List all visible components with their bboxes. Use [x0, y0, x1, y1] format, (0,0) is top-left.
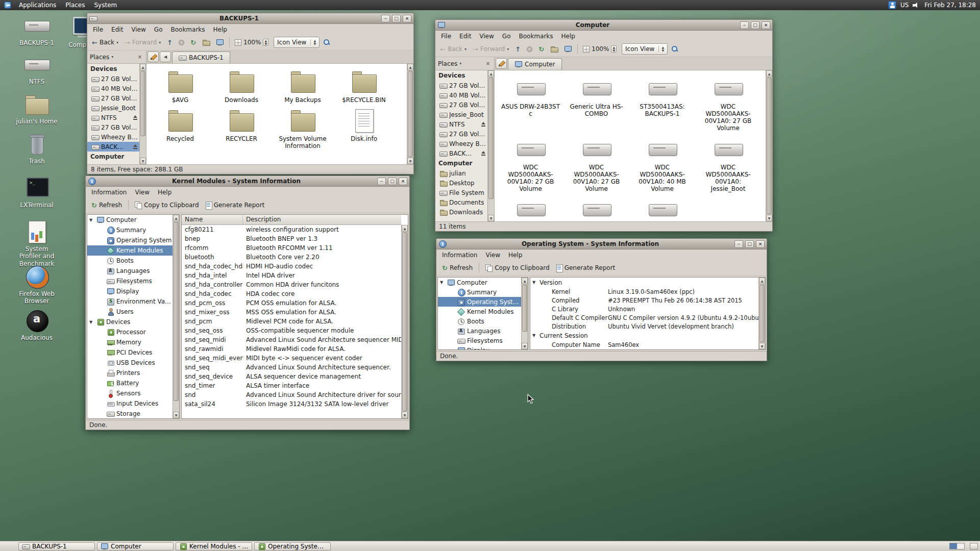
device-item[interactable]: 27 GB Volu... [87, 122, 139, 132]
maximize-button[interactable] [392, 15, 401, 22]
place-item[interactable]: File System [435, 188, 487, 197]
desktop-icon[interactable]: julian's Home [15, 93, 58, 125]
file-item[interactable]: WDC WD5000AAKS-00V1A0: NTFS [498, 197, 564, 221]
scroll-up-icon[interactable] [766, 70, 772, 77]
scrollbar-thumb[interactable] [760, 285, 765, 342]
eject-icon[interactable] [133, 144, 138, 149]
expander-icon[interactable] [89, 218, 94, 222]
menu-item[interactable]: File [437, 31, 455, 41]
workspace-2[interactable] [957, 543, 964, 549]
spin-down-icon[interactable] [612, 49, 615, 52]
tree-item[interactable]: Printers [87, 368, 173, 378]
column-header-description[interactable]: Description [243, 215, 401, 224]
home-button[interactable] [548, 44, 560, 54]
up-button[interactable] [164, 38, 175, 47]
tab[interactable]: BACKUPS-1 [172, 52, 230, 63]
minimize-button[interactable] [381, 15, 390, 22]
device-item[interactable]: Wheezy Bo... [435, 139, 487, 148]
tree-item[interactable]: Sensors [87, 388, 173, 398]
file-item[interactable]: $AVG [150, 70, 211, 104]
sidebar-scrollbar[interactable] [139, 64, 146, 164]
expander-icon[interactable] [89, 320, 94, 324]
spin-down-icon[interactable] [264, 42, 267, 45]
back-dropdown-icon[interactable] [464, 47, 467, 52]
accessibility-indicator-icon[interactable] [888, 1, 896, 9]
file-item[interactable]: WDC WD5000AAKS-00V1A0: 40 MB Volume [629, 137, 695, 193]
property-row[interactable]: C Library Unknown [530, 305, 758, 313]
tray-button[interactable] [970, 543, 978, 549]
menu-item[interactable]: Information [87, 187, 131, 197]
file-item[interactable]: WDC WD5000AAKS-00V1A0: Wheezy Boot [564, 197, 629, 221]
scrollbar-track[interactable] [140, 70, 146, 158]
tree-item[interactable]: Summary [87, 225, 173, 235]
table-row[interactable]: snd_seq Advanced Linux Sound Architectur… [182, 363, 401, 372]
zoom-spinner[interactable] [611, 45, 617, 53]
desktop-icon[interactable]: Trash [15, 133, 58, 165]
scrollbar-thumb[interactable] [522, 285, 527, 332]
menu-item[interactable]: Go [498, 31, 515, 41]
table-row[interactable]: sata_sil24 Silicon Image 3124/3132 SATA … [182, 399, 401, 409]
sidebar-close-icon[interactable] [484, 61, 492, 66]
collapse-icon[interactable] [532, 333, 537, 338]
tree-item[interactable]: Users [87, 307, 173, 317]
panel-menu-item[interactable]: Places [61, 1, 89, 10]
scroll-up-icon[interactable] [173, 215, 179, 221]
search-button[interactable] [669, 44, 681, 54]
device-item[interactable]: BACK... [435, 148, 487, 158]
sidebar-mode-select[interactable]: Places [87, 51, 146, 63]
table-row[interactable]: snd_seq_midi Advanced Linux Sound Archit… [182, 335, 401, 344]
tree-item[interactable]: Filesystems [438, 336, 521, 345]
scrollbar-thumb[interactable] [402, 232, 407, 411]
tree-item[interactable]: Memory [87, 337, 173, 347]
titlebar[interactable]: Computer [435, 20, 772, 31]
workspace-pager[interactable] [949, 543, 965, 549]
tree-item[interactable]: Languages [438, 326, 521, 336]
table-row[interactable]: snd_pcm Midlevel PCM code for ALSA. [182, 317, 401, 326]
menu-item[interactable]: Help [209, 24, 231, 35]
place-item[interactable]: Documents [435, 197, 487, 207]
details-scrollbar[interactable] [758, 278, 765, 349]
device-item[interactable]: 27 GB Volu... [435, 81, 487, 90]
tree-scrollbar[interactable] [173, 215, 179, 418]
group-header[interactable]: Current Session [530, 331, 758, 340]
tree-item[interactable]: Computer [438, 278, 521, 287]
menu-item[interactable]: File [89, 24, 107, 35]
taskbar-task-button[interactable]: Computer [97, 542, 174, 550]
back-button[interactable]: Back [89, 37, 121, 47]
panel-menu-item[interactable]: Applications [14, 1, 61, 10]
taskbar-task-button[interactable]: Operating System - Sy... [254, 542, 331, 550]
file-item[interactable]: WDC WD5000AAKS-00V1A0: Jessie_Boot [695, 137, 761, 193]
file-item[interactable]: ST3500413AS: BACKUPS-1 [629, 77, 695, 132]
tree-item[interactable]: Filesystems [87, 276, 173, 286]
property-row[interactable]: Kernel Linux 3.19.0-Sam460ex (ppc) [530, 287, 758, 296]
scrollbar-track[interactable] [402, 232, 408, 412]
file-item[interactable]: $RECYCLE.BIN [333, 70, 395, 104]
eject-icon[interactable] [481, 122, 486, 127]
view-mode-select[interactable]: Icon View [622, 43, 668, 55]
forward-button[interactable]: Forward [122, 37, 163, 47]
device-item[interactable]: 27 GB Volu... [435, 129, 487, 139]
scrollbar-track[interactable] [407, 70, 413, 158]
file-item[interactable]: My Backups [272, 70, 333, 104]
sidebar-mode-select[interactable]: Places [435, 57, 495, 70]
tree-item[interactable]: Devices [87, 317, 173, 327]
file-item[interactable]: WDC WD5000AAKS-00V1A0: 27 GB Volume [498, 137, 564, 193]
file-item[interactable]: WDC WD5000AAKS-00V1A0: 27 GB Volume [695, 77, 761, 132]
generate-report-button[interactable]: Generate Report [554, 263, 618, 273]
place-item[interactable]: julian [435, 168, 487, 178]
tree-scrollbar[interactable] [521, 278, 528, 349]
table-row[interactable]: snd_hda_codec HDA codec core [182, 289, 401, 298]
tree-item[interactable]: PCI Devices [87, 347, 173, 358]
scrollbar-track[interactable] [766, 77, 772, 215]
tab[interactable]: Computer [508, 58, 562, 70]
scrollbar-thumb[interactable] [488, 78, 494, 199]
scrollbar-track[interactable] [488, 77, 494, 215]
tree-item[interactable]: Input Devices [87, 398, 173, 409]
scroll-up-icon[interactable] [140, 64, 146, 70]
scroll-up-icon[interactable] [407, 64, 413, 70]
reload-button[interactable] [188, 38, 199, 47]
menu-item[interactable]: Information [438, 250, 481, 260]
menu-item[interactable]: Help [557, 31, 579, 41]
reload-button[interactable] [536, 44, 547, 54]
device-item[interactable]: Jessie_Boot [87, 103, 139, 113]
